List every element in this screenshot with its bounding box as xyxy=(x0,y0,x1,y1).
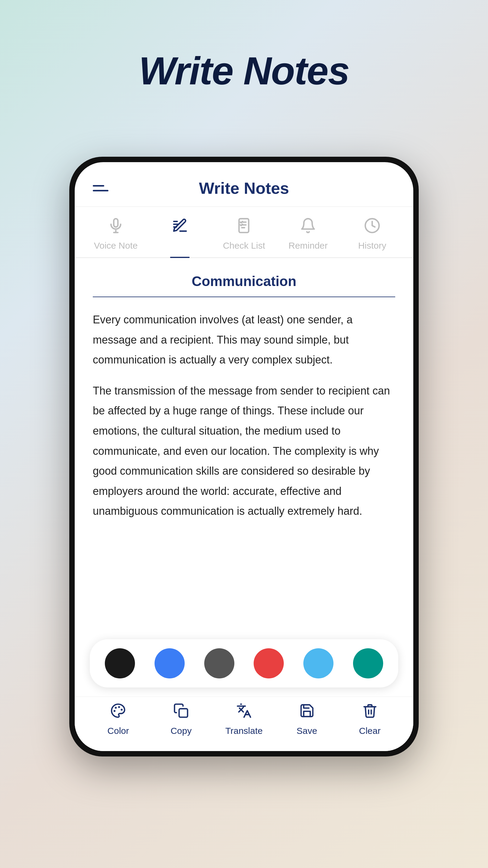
tab-write-note[interactable] xyxy=(148,213,212,257)
palette-icon xyxy=(110,703,126,722)
copy-action[interactable]: Copy xyxy=(150,703,213,736)
phone-screen: Write Notes Voice Note xyxy=(75,162,413,751)
tab-history[interactable]: History xyxy=(340,213,404,257)
phone-frame: Write Notes Voice Note xyxy=(69,157,419,756)
svg-point-12 xyxy=(121,710,122,710)
save-icon xyxy=(299,703,315,722)
tab-check-list-label: Check List xyxy=(223,241,265,251)
note-body: Every communication involves (at least) … xyxy=(93,310,395,521)
svg-point-11 xyxy=(119,707,120,707)
save-action[interactable]: Save xyxy=(275,703,338,736)
tab-voice-note-label: Voice Note xyxy=(94,241,138,251)
color-swatch-teal[interactable] xyxy=(353,648,383,678)
edit-icon xyxy=(172,217,188,238)
menu-icon[interactable] xyxy=(93,185,108,191)
page-title: Write Notes xyxy=(0,48,488,93)
clock-icon xyxy=(364,217,381,238)
trash-icon xyxy=(362,703,378,722)
color-action[interactable]: Color xyxy=(87,703,150,736)
color-swatch-light-blue[interactable] xyxy=(303,648,333,678)
note-paragraph-2: The transmission of the message from sen… xyxy=(93,381,395,521)
copy-icon xyxy=(173,703,189,722)
app-header: Write Notes xyxy=(75,162,413,207)
tab-voice-note[interactable]: Voice Note xyxy=(84,213,148,257)
mic-icon xyxy=(107,217,124,238)
checklist-icon xyxy=(235,217,252,238)
bell-icon xyxy=(300,217,316,238)
tab-bar: Voice Note xyxy=(75,207,413,258)
menu-line-1 xyxy=(93,185,104,187)
color-swatch-dark-gray[interactable] xyxy=(204,648,234,678)
translate-icon xyxy=(236,703,252,722)
tab-check-list[interactable]: Check List xyxy=(212,213,276,257)
color-swatch-black[interactable] xyxy=(105,648,135,678)
app-title: Write Notes xyxy=(199,179,289,197)
color-label: Color xyxy=(107,726,129,736)
note-content[interactable]: Communication Every communication involv… xyxy=(75,258,413,639)
svg-rect-0 xyxy=(114,219,118,227)
save-label: Save xyxy=(297,726,317,736)
copy-label: Copy xyxy=(170,726,192,736)
svg-rect-15 xyxy=(179,709,188,717)
tab-history-label: History xyxy=(358,241,386,251)
clear-action[interactable]: Clear xyxy=(338,703,401,736)
color-picker-bar xyxy=(90,639,398,687)
tab-reminder-label: Reminder xyxy=(289,241,328,251)
svg-point-14 xyxy=(114,711,115,711)
bottom-action-bar: Color Copy xyxy=(75,696,413,751)
color-swatch-red[interactable] xyxy=(254,648,284,678)
translate-action[interactable]: Translate xyxy=(213,703,275,736)
translate-label: Translate xyxy=(225,726,263,736)
note-paragraph-1: Every communication involves (at least) … xyxy=(93,310,395,370)
menu-line-2 xyxy=(93,190,108,191)
clear-label: Clear xyxy=(359,726,381,736)
tab-reminder[interactable]: Reminder xyxy=(276,213,340,257)
note-title: Communication xyxy=(93,273,395,297)
color-swatch-blue[interactable] xyxy=(155,648,185,678)
svg-point-13 xyxy=(116,707,116,708)
